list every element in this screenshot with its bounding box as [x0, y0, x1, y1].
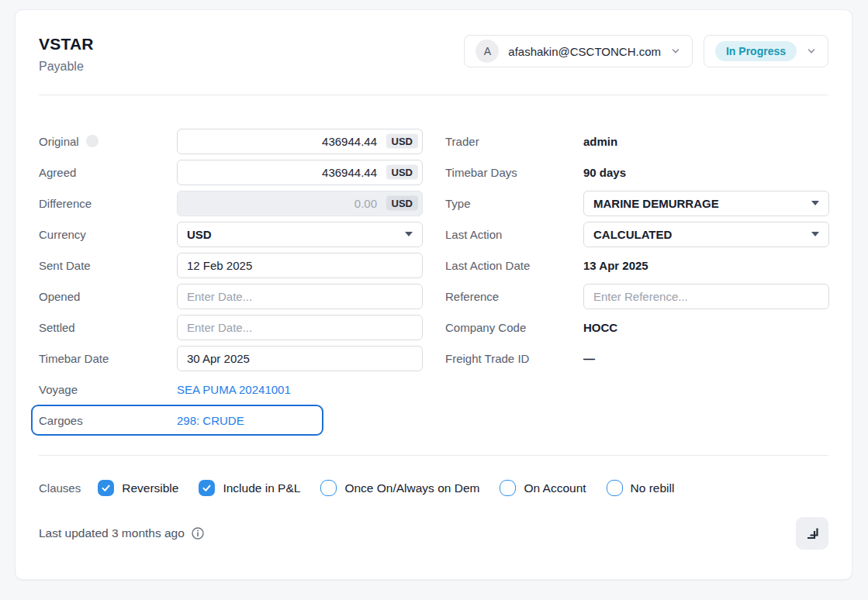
- clauses-divider: [39, 455, 828, 456]
- assignee-email: afashakin@CSCTONCH.com: [508, 45, 661, 58]
- agreed-field: USD: [177, 160, 423, 185]
- last-action-select-value: CALCULATED: [593, 228, 672, 241]
- header-actions: A afashakin@CSCTONCH.com In Progress: [464, 35, 828, 67]
- company-code-row: Company Code HOCC: [445, 312, 829, 343]
- timebar-date-input[interactable]: [177, 346, 423, 371]
- checkbox-icon[interactable]: [500, 480, 516, 496]
- original-row: Original USD: [39, 126, 423, 157]
- freight-trade-id-value: —: [583, 352, 595, 365]
- voyage-row: Voyage SEA PUMA 20241001: [39, 374, 423, 405]
- clause-once-on-always-on-dem[interactable]: Once On/Always on Dem: [320, 480, 479, 496]
- opened-date-input[interactable]: [177, 284, 423, 309]
- currency-field: USD: [177, 222, 423, 247]
- checkbox-icon[interactable]: [98, 480, 114, 496]
- payable-card: VSTAR Payable A afashakin@CSCTONCH.com I…: [15, 9, 852, 580]
- clause-on-account[interactable]: On Account: [500, 480, 586, 496]
- difference-label: Difference: [39, 197, 177, 210]
- chevron-down-icon: [670, 46, 681, 57]
- sent-date-row: Sent Date: [39, 250, 423, 281]
- checkbox-icon[interactable]: [320, 480, 337, 496]
- cargoes-label: Cargoes: [39, 414, 177, 427]
- dropdown-triangle-icon: [405, 232, 413, 236]
- info-dot-icon: [86, 135, 99, 147]
- timebar-days-value: 90 days: [583, 166, 626, 179]
- last-action-date-value: 13 Apr 2025: [583, 259, 648, 272]
- last-action-label: Last Action: [445, 228, 583, 241]
- card-footer: Last updated 3 months ago: [39, 517, 828, 550]
- form-left-column: Original USD Agreed USD Difference USD: [39, 126, 423, 436]
- cargoes-row-focused: Cargoes 298: CRUDE: [31, 405, 323, 436]
- clause-include-in-pnl[interactable]: Include in P&L: [199, 480, 300, 496]
- voyage-link[interactable]: SEA PUMA 20241001: [177, 383, 291, 396]
- clause-reversible[interactable]: Reversible: [98, 480, 178, 496]
- currency-select-value: USD: [187, 228, 212, 241]
- status-dropdown-button[interactable]: In Progress: [704, 35, 828, 67]
- checkbox-icon[interactable]: [199, 480, 215, 496]
- payable-form: Original USD Agreed USD Difference USD: [39, 126, 828, 436]
- sent-date-input[interactable]: [177, 253, 423, 278]
- type-select-value: MARINE DEMURRAGE: [593, 197, 719, 210]
- reference-row: Reference: [445, 281, 829, 312]
- card-header: VSTAR Payable A afashakin@CSCTONCH.com I…: [39, 10, 828, 74]
- reference-field: [583, 284, 829, 309]
- last-action-field: CALCULATED: [583, 222, 829, 247]
- clause-label: Once On/Always on Dem: [344, 481, 479, 495]
- clauses-label: Clauses: [39, 481, 81, 495]
- original-currency-badge: USD: [386, 134, 418, 149]
- status-badge: In Progress: [715, 41, 797, 61]
- page-subtitle: Payable: [39, 60, 94, 74]
- difference-row: Difference USD: [39, 188, 423, 219]
- checkbox-icon[interactable]: [607, 480, 623, 496]
- settled-date-input[interactable]: [177, 315, 423, 340]
- clauses-row: Clauses Reversible Include in P&L Once O…: [39, 480, 828, 496]
- clause-no-rebill[interactable]: No rebill: [607, 480, 675, 496]
- original-field: USD: [177, 129, 423, 154]
- assignee-dropdown-button[interactable]: A afashakin@CSCTONCH.com: [464, 35, 693, 67]
- last-action-row: Last Action CALCULATED: [445, 219, 829, 250]
- opened-label: Opened: [39, 290, 177, 303]
- original-label: Original: [39, 135, 177, 148]
- type-label: Type: [445, 197, 583, 210]
- type-row: Type MARINE DEMURRAGE: [445, 188, 829, 219]
- last-action-date-label: Last Action Date: [445, 259, 583, 272]
- timebar-date-field: [177, 346, 423, 371]
- last-updated-text: Last updated 3 months ago: [39, 526, 185, 540]
- agreed-label: Agreed: [39, 166, 177, 179]
- settled-field: [177, 315, 423, 340]
- currency-row: Currency USD: [39, 219, 423, 250]
- voyage-label: Voyage: [39, 383, 177, 396]
- difference-field: USD: [177, 191, 423, 216]
- cargoes-link[interactable]: 298: CRUDE: [177, 414, 244, 427]
- history-chart-button[interactable]: [796, 517, 828, 550]
- settled-row: Settled: [39, 312, 423, 343]
- clause-label: No rebill: [631, 481, 675, 495]
- header-divider: [39, 95, 828, 95]
- timebar-date-row: Timebar Date: [39, 343, 423, 374]
- type-select[interactable]: MARINE DEMURRAGE: [583, 191, 829, 216]
- reference-input[interactable]: [583, 284, 829, 309]
- title-block: VSTAR Payable: [39, 35, 94, 74]
- chevron-down-icon: [806, 46, 817, 57]
- trader-row: Trader admin: [445, 126, 829, 157]
- agreed-currency-badge: USD: [386, 165, 418, 180]
- form-right-column: Trader admin Timebar Days 90 days Type M…: [445, 126, 829, 436]
- clause-label: Include in P&L: [223, 481, 300, 495]
- currency-select[interactable]: USD: [177, 222, 423, 247]
- type-field: MARINE DEMURRAGE: [583, 191, 829, 216]
- trader-label: Trader: [445, 135, 583, 148]
- clause-label: On Account: [524, 481, 586, 495]
- freight-trade-id-row: Freight Trade ID —: [445, 343, 829, 374]
- opened-row: Opened: [39, 281, 423, 312]
- page-title: VSTAR: [39, 35, 94, 53]
- info-icon[interactable]: [191, 526, 205, 540]
- avatar: A: [475, 40, 499, 63]
- last-action-select[interactable]: CALCULATED: [583, 222, 829, 247]
- timebar-days-label: Timebar Days: [445, 166, 583, 179]
- timebar-days-row: Timebar Days 90 days: [445, 157, 829, 188]
- company-code-value: HOCC: [583, 321, 617, 334]
- dropdown-triangle-icon: [811, 232, 819, 236]
- opened-field: [177, 284, 423, 309]
- last-action-date-row: Last Action Date 13 Apr 2025: [445, 250, 829, 281]
- sent-date-label: Sent Date: [39, 259, 177, 272]
- trader-value: admin: [583, 135, 617, 148]
